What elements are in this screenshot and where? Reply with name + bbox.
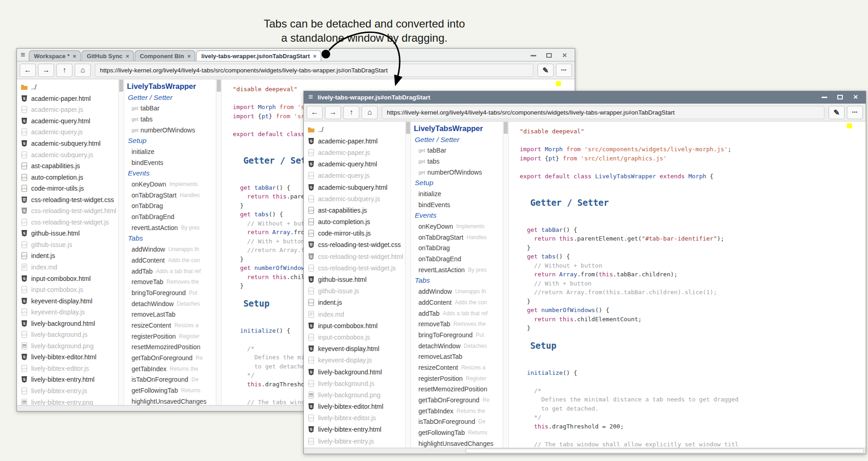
- tab-close-icon[interactable]: ×: [313, 53, 317, 60]
- outline-method[interactable]: onTabDragEnd: [414, 253, 503, 264]
- up-button[interactable]: ↑: [343, 106, 359, 119]
- outline-method[interactable]: onTabDrag: [127, 201, 216, 212]
- outline-method[interactable]: onTabDragStartHandles: [414, 232, 503, 243]
- outline-method[interactable]: addWindowUnwrapps th: [127, 244, 216, 255]
- tab-close-icon[interactable]: ×: [126, 53, 129, 60]
- outline-method[interactable]: addTabAdds a tab that ref: [414, 308, 503, 319]
- file-item[interactable]: index.md: [21, 262, 118, 273]
- file-item[interactable]: ast-capabilities.js: [21, 160, 118, 172]
- file-item[interactable]: keyevent-display.html: [21, 295, 118, 307]
- file-item[interactable]: input-combobox.html: [308, 320, 405, 331]
- outline-method[interactable]: bindEvents: [127, 157, 216, 168]
- outline-method[interactable]: onTabDragStartHandles: [127, 190, 216, 201]
- outline-method[interactable]: revertLastActionBy pres: [414, 264, 503, 275]
- file-item[interactable]: academic-paper.js: [308, 147, 405, 158]
- file-item[interactable]: ../: [308, 124, 405, 135]
- file-item[interactable]: lively-bibtex-entry.js: [21, 385, 118, 397]
- outline-method[interactable]: bindEvents: [414, 199, 503, 210]
- outline-method[interactable]: resetMemoziredPosition: [414, 384, 503, 395]
- file-item[interactable]: academic-query.js: [21, 126, 118, 138]
- minimize-button[interactable]: [821, 94, 828, 100]
- file-list-scrollbar[interactable]: [118, 79, 124, 405]
- up-button[interactable]: ↑: [56, 64, 72, 77]
- outline-method[interactable]: removeLastTab: [127, 309, 216, 320]
- outline-method[interactable]: getFollowingTabReturns: [127, 385, 216, 396]
- outline-method[interactable]: gettabs: [414, 156, 503, 167]
- outline-method[interactable]: removeTabRemoves the: [414, 318, 503, 329]
- file-item[interactable]: lively-bibtex-editor.js: [21, 363, 118, 374]
- outline-method[interactable]: highlightUnsavedChanges: [414, 438, 503, 448]
- back-button[interactable]: ←: [307, 106, 323, 119]
- outline-method[interactable]: isTabOnForegroundDe: [127, 374, 216, 385]
- outline-method[interactable]: initialize: [127, 146, 216, 157]
- file-item[interactable]: css-reloading-test-widget.html: [21, 205, 118, 217]
- file-item[interactable]: lively-bibtex-entry.png: [21, 396, 118, 405]
- file-item[interactable]: lively-background.png: [21, 340, 118, 352]
- outline-scrollbar[interactable]: [216, 79, 222, 405]
- file-item[interactable]: lively-background.js: [21, 329, 118, 340]
- file-item[interactable]: lively-background.js: [308, 378, 405, 389]
- file-item[interactable]: academic-subquery.js: [21, 149, 118, 160]
- file-item[interactable]: academic-paper.html: [308, 135, 405, 147]
- file-item[interactable]: indent.js: [21, 250, 118, 262]
- outline-method[interactable]: initialize: [414, 188, 503, 199]
- file-item[interactable]: auto-completion.js: [21, 171, 118, 183]
- file-item[interactable]: keyevent-display.js: [308, 355, 405, 366]
- file-item[interactable]: index.md: [308, 308, 405, 320]
- outline-method[interactable]: getFollowingTabReturns: [414, 427, 503, 438]
- edit-icon[interactable]: ✎: [538, 64, 554, 77]
- outline-method[interactable]: highlightUnsavedChanges: [127, 396, 216, 405]
- close-button[interactable]: ×: [852, 94, 859, 100]
- menu-icon[interactable]: ≡: [21, 50, 25, 60]
- file-item[interactable]: css-reloading-test-widget.html: [308, 251, 405, 262]
- tab-workspace-[interactable]: Workspace *×: [29, 50, 81, 61]
- tab-github-sync[interactable]: GitHub Sync×: [82, 50, 134, 61]
- forward-button[interactable]: →: [325, 106, 341, 119]
- file-item[interactable]: ast-capabilities.js: [308, 204, 405, 216]
- outline-method[interactable]: removeTabRemoves the: [127, 276, 216, 287]
- minimize-button[interactable]: [530, 52, 537, 59]
- tab-component-bin[interactable]: Component Bin×: [135, 50, 195, 61]
- file-item[interactable]: input-combobox.js: [21, 284, 118, 296]
- outline-method[interactable]: addTabAdds a tab that ref: [127, 266, 216, 277]
- file-item[interactable]: keyevent-display.html: [308, 343, 405, 355]
- outline-method[interactable]: onTabDragEnd: [127, 211, 216, 222]
- back-button[interactable]: ←: [20, 64, 36, 77]
- file-item[interactable]: input-combobox.js: [308, 331, 405, 343]
- outline-method[interactable]: resizeContentResizes a: [414, 362, 503, 373]
- home-button[interactable]: ⌂: [75, 64, 91, 77]
- outline-method[interactable]: gettabBar: [127, 103, 216, 114]
- horizontal-scrollbar[interactable]: [304, 448, 866, 454]
- outline-method[interactable]: gettabBar: [414, 145, 503, 156]
- forward-button[interactable]: →: [38, 64, 54, 77]
- outline-method[interactable]: getnumberOfWindows: [414, 167, 503, 178]
- outline-method[interactable]: getTabOnForegroundRe: [414, 395, 503, 406]
- outline-method[interactable]: addWindowUnwrapps th: [414, 286, 503, 297]
- outline-method[interactable]: registerPositionRegister: [127, 331, 216, 342]
- outline-method[interactable]: detachWindowDetaches: [414, 340, 503, 351]
- outline-scrollbar[interactable]: [503, 121, 509, 448]
- outline-method[interactable]: bringToForegroundPut: [127, 287, 216, 298]
- outline-method[interactable]: registerPositionRegister: [414, 373, 503, 384]
- file-item[interactable]: academic-paper.js: [21, 104, 118, 115]
- outline-method[interactable]: addContentAdds the con: [127, 255, 216, 266]
- url-field[interactable]: https://lively-kernel.org/lively4/lively…: [382, 106, 824, 119]
- file-item[interactable]: lively-bibtex-entry.html: [308, 424, 405, 435]
- file-item[interactable]: css-reloading-test-widget.css: [21, 194, 118, 205]
- file-item[interactable]: academic-query.html: [308, 159, 405, 170]
- file-item[interactable]: keyevent-display.js: [21, 307, 118, 318]
- outline-method[interactable]: isTabOnForegroundDe: [414, 417, 503, 428]
- file-item[interactable]: lively-bibtex-entry.html: [21, 374, 118, 385]
- file-item[interactable]: github-issue.html: [308, 274, 405, 285]
- code-editor[interactable]: "disable deepeval" import Morph from 'sr…: [509, 121, 866, 448]
- file-item[interactable]: css-reloading-test-widget.css: [308, 239, 405, 251]
- file-item[interactable]: lively-bibtex-editor.js: [308, 412, 405, 424]
- outline-method[interactable]: detachWindowDetaches: [127, 298, 216, 309]
- file-item[interactable]: css-reloading-test-widget.js: [308, 262, 405, 274]
- file-item[interactable]: code-mirror-utils.js: [21, 183, 118, 194]
- file-item[interactable]: github-issue.html: [21, 228, 118, 239]
- file-item[interactable]: code-mirror-utils.js: [308, 228, 405, 239]
- file-item[interactable]: indent.js: [308, 297, 405, 308]
- file-item[interactable]: lively-bibtex-entry.js: [308, 435, 405, 447]
- outline-method[interactable]: revertLastActionBy pres: [127, 222, 216, 233]
